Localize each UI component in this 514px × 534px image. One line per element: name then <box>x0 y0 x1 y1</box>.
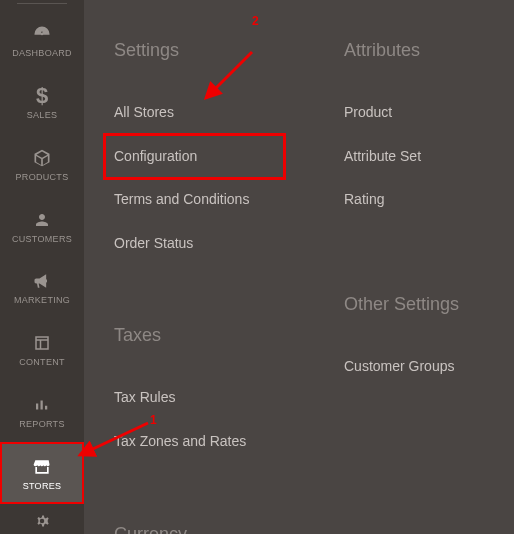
sidebar-label: DASHBOARD <box>12 48 72 58</box>
other-settings-header: Other Settings <box>344 294 494 315</box>
settings-header: Settings <box>114 40 284 61</box>
sidebar-item-reports[interactable]: REPORTS <box>0 380 84 442</box>
sidebar-item-system[interactable] <box>0 504 84 534</box>
sidebar-item-stores[interactable]: STORES <box>0 442 84 504</box>
annotation-number-1: 1 <box>150 413 157 427</box>
taxes-header: Taxes <box>114 325 284 346</box>
sidebar-label: CONTENT <box>19 357 65 367</box>
menu-customer-groups[interactable]: Customer Groups <box>344 345 494 389</box>
bars-icon <box>33 393 51 417</box>
storefront-icon <box>32 455 52 479</box>
menu-all-stores[interactable]: All Stores <box>114 91 284 135</box>
menu-column-2: Attributes Product Attribute Set Rating … <box>344 40 494 534</box>
person-icon <box>33 208 51 232</box>
sidebar-item-customers[interactable]: CUSTOMERS <box>0 195 84 257</box>
stores-flyout-menu: Settings All Stores Configuration Terms … <box>84 0 514 534</box>
menu-column-1: Settings All Stores Configuration Terms … <box>114 40 284 534</box>
attributes-header: Attributes <box>344 40 494 61</box>
sidebar-item-sales[interactable]: $ SALES <box>0 71 84 133</box>
menu-tax-rules[interactable]: Tax Rules <box>114 376 284 420</box>
sidebar-label: REPORTS <box>19 419 64 429</box>
menu-configuration[interactable]: Configuration <box>105 135 284 179</box>
sidebar-item-products[interactable]: PRODUCTS <box>0 133 84 195</box>
annotation-number-2: 2 <box>252 14 259 28</box>
cube-icon <box>32 146 52 170</box>
menu-attribute-set[interactable]: Attribute Set <box>344 135 494 179</box>
menu-rating[interactable]: Rating <box>344 178 494 222</box>
sidebar-label: MARKETING <box>14 295 70 305</box>
menu-terms[interactable]: Terms and Conditions <box>114 178 284 222</box>
layout-icon <box>33 331 51 355</box>
sidebar-divider <box>17 3 67 4</box>
sidebar-item-marketing[interactable]: MARKETING <box>0 257 84 319</box>
sidebar-label: PRODUCTS <box>16 172 69 182</box>
menu-order-status[interactable]: Order Status <box>114 222 284 266</box>
menu-tax-zones[interactable]: Tax Zones and Rates <box>114 420 284 464</box>
dashboard-icon <box>32 22 52 46</box>
menu-product[interactable]: Product <box>344 91 494 135</box>
sidebar-item-dashboard[interactable]: DASHBOARD <box>0 9 84 71</box>
admin-sidebar: DASHBOARD $ SALES PRODUCTS CUSTOMERS MAR… <box>0 0 84 534</box>
currency-header: Currency <box>114 524 284 534</box>
gear-icon <box>33 510 51 532</box>
sidebar-label: CUSTOMERS <box>12 234 72 244</box>
sidebar-label: SALES <box>27 110 58 120</box>
sidebar-label: STORES <box>23 481 62 491</box>
megaphone-icon <box>32 269 52 293</box>
sidebar-item-content[interactable]: CONTENT <box>0 318 84 380</box>
dollar-icon: $ <box>36 84 48 108</box>
